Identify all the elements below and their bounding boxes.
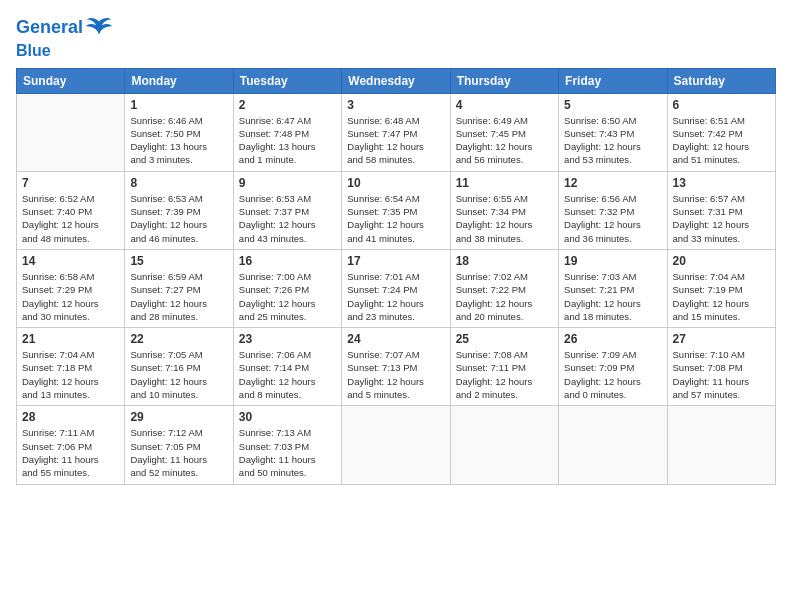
calendar-cell: 7Sunrise: 6:52 AM Sunset: 7:40 PM Daylig… <box>17 171 125 249</box>
day-number: 5 <box>564 98 661 112</box>
day-info: Sunrise: 6:54 AM Sunset: 7:35 PM Dayligh… <box>347 192 444 245</box>
calendar-cell: 24Sunrise: 7:07 AM Sunset: 7:13 PM Dayli… <box>342 328 450 406</box>
day-info: Sunrise: 6:59 AM Sunset: 7:27 PM Dayligh… <box>130 270 227 323</box>
day-number: 1 <box>130 98 227 112</box>
day-number: 30 <box>239 410 336 424</box>
day-info: Sunrise: 7:13 AM Sunset: 7:03 PM Dayligh… <box>239 426 336 479</box>
calendar-week-row: 21Sunrise: 7:04 AM Sunset: 7:18 PM Dayli… <box>17 328 776 406</box>
logo-text: General <box>16 18 83 38</box>
calendar-cell: 1Sunrise: 6:46 AM Sunset: 7:50 PM Daylig… <box>125 93 233 171</box>
calendar-cell <box>450 406 558 484</box>
calendar-cell: 6Sunrise: 6:51 AM Sunset: 7:42 PM Daylig… <box>667 93 775 171</box>
day-info: Sunrise: 6:52 AM Sunset: 7:40 PM Dayligh… <box>22 192 119 245</box>
day-info: Sunrise: 6:46 AM Sunset: 7:50 PM Dayligh… <box>130 114 227 167</box>
day-info: Sunrise: 7:04 AM Sunset: 7:18 PM Dayligh… <box>22 348 119 401</box>
calendar-cell: 12Sunrise: 6:56 AM Sunset: 7:32 PM Dayli… <box>559 171 667 249</box>
page-container: General Blue SundayMondayTuesdayWednesda… <box>0 0 792 495</box>
calendar-cell: 18Sunrise: 7:02 AM Sunset: 7:22 PM Dayli… <box>450 249 558 327</box>
day-info: Sunrise: 6:51 AM Sunset: 7:42 PM Dayligh… <box>673 114 770 167</box>
day-info: Sunrise: 6:53 AM Sunset: 7:39 PM Dayligh… <box>130 192 227 245</box>
header: General Blue <box>16 10 776 60</box>
day-number: 21 <box>22 332 119 346</box>
calendar-cell: 17Sunrise: 7:01 AM Sunset: 7:24 PM Dayli… <box>342 249 450 327</box>
calendar-cell: 9Sunrise: 6:53 AM Sunset: 7:37 PM Daylig… <box>233 171 341 249</box>
calendar-cell: 21Sunrise: 7:04 AM Sunset: 7:18 PM Dayli… <box>17 328 125 406</box>
day-number: 22 <box>130 332 227 346</box>
calendar-week-row: 1Sunrise: 6:46 AM Sunset: 7:50 PM Daylig… <box>17 93 776 171</box>
logo: General Blue <box>16 14 113 60</box>
weekday-header: Monday <box>125 68 233 93</box>
weekday-header: Saturday <box>667 68 775 93</box>
calendar-week-row: 7Sunrise: 6:52 AM Sunset: 7:40 PM Daylig… <box>17 171 776 249</box>
calendar-cell <box>667 406 775 484</box>
day-number: 25 <box>456 332 553 346</box>
day-number: 24 <box>347 332 444 346</box>
logo-bird-icon <box>85 14 113 42</box>
calendar-cell: 11Sunrise: 6:55 AM Sunset: 7:34 PM Dayli… <box>450 171 558 249</box>
day-info: Sunrise: 6:50 AM Sunset: 7:43 PM Dayligh… <box>564 114 661 167</box>
calendar-cell <box>342 406 450 484</box>
day-number: 11 <box>456 176 553 190</box>
day-info: Sunrise: 7:09 AM Sunset: 7:09 PM Dayligh… <box>564 348 661 401</box>
calendar-cell: 3Sunrise: 6:48 AM Sunset: 7:47 PM Daylig… <box>342 93 450 171</box>
day-number: 26 <box>564 332 661 346</box>
day-number: 23 <box>239 332 336 346</box>
day-number: 4 <box>456 98 553 112</box>
calendar-cell: 10Sunrise: 6:54 AM Sunset: 7:35 PM Dayli… <box>342 171 450 249</box>
calendar-cell: 25Sunrise: 7:08 AM Sunset: 7:11 PM Dayli… <box>450 328 558 406</box>
calendar-cell: 19Sunrise: 7:03 AM Sunset: 7:21 PM Dayli… <box>559 249 667 327</box>
day-number: 17 <box>347 254 444 268</box>
weekday-header: Friday <box>559 68 667 93</box>
calendar-cell: 14Sunrise: 6:58 AM Sunset: 7:29 PM Dayli… <box>17 249 125 327</box>
calendar-cell: 30Sunrise: 7:13 AM Sunset: 7:03 PM Dayli… <box>233 406 341 484</box>
weekday-header: Tuesday <box>233 68 341 93</box>
day-info: Sunrise: 7:04 AM Sunset: 7:19 PM Dayligh… <box>673 270 770 323</box>
day-number: 2 <box>239 98 336 112</box>
day-number: 8 <box>130 176 227 190</box>
day-number: 3 <box>347 98 444 112</box>
day-info: Sunrise: 6:49 AM Sunset: 7:45 PM Dayligh… <box>456 114 553 167</box>
day-info: Sunrise: 7:12 AM Sunset: 7:05 PM Dayligh… <box>130 426 227 479</box>
day-info: Sunrise: 7:02 AM Sunset: 7:22 PM Dayligh… <box>456 270 553 323</box>
calendar-cell: 23Sunrise: 7:06 AM Sunset: 7:14 PM Dayli… <box>233 328 341 406</box>
calendar-cell: 8Sunrise: 6:53 AM Sunset: 7:39 PM Daylig… <box>125 171 233 249</box>
calendar-cell: 29Sunrise: 7:12 AM Sunset: 7:05 PM Dayli… <box>125 406 233 484</box>
day-number: 10 <box>347 176 444 190</box>
calendar-week-row: 14Sunrise: 6:58 AM Sunset: 7:29 PM Dayli… <box>17 249 776 327</box>
day-number: 6 <box>673 98 770 112</box>
day-number: 9 <box>239 176 336 190</box>
calendar-cell <box>17 93 125 171</box>
calendar-cell: 26Sunrise: 7:09 AM Sunset: 7:09 PM Dayli… <box>559 328 667 406</box>
day-number: 15 <box>130 254 227 268</box>
calendar-cell: 2Sunrise: 6:47 AM Sunset: 7:48 PM Daylig… <box>233 93 341 171</box>
calendar-cell: 15Sunrise: 6:59 AM Sunset: 7:27 PM Dayli… <box>125 249 233 327</box>
day-number: 13 <box>673 176 770 190</box>
day-number: 16 <box>239 254 336 268</box>
day-info: Sunrise: 6:57 AM Sunset: 7:31 PM Dayligh… <box>673 192 770 245</box>
calendar-week-row: 28Sunrise: 7:11 AM Sunset: 7:06 PM Dayli… <box>17 406 776 484</box>
day-number: 18 <box>456 254 553 268</box>
day-number: 27 <box>673 332 770 346</box>
day-info: Sunrise: 6:56 AM Sunset: 7:32 PM Dayligh… <box>564 192 661 245</box>
day-info: Sunrise: 7:07 AM Sunset: 7:13 PM Dayligh… <box>347 348 444 401</box>
day-info: Sunrise: 6:53 AM Sunset: 7:37 PM Dayligh… <box>239 192 336 245</box>
logo-blue-text: Blue <box>16 42 113 60</box>
day-info: Sunrise: 7:00 AM Sunset: 7:26 PM Dayligh… <box>239 270 336 323</box>
day-info: Sunrise: 7:08 AM Sunset: 7:11 PM Dayligh… <box>456 348 553 401</box>
calendar-cell: 27Sunrise: 7:10 AM Sunset: 7:08 PM Dayli… <box>667 328 775 406</box>
day-info: Sunrise: 7:01 AM Sunset: 7:24 PM Dayligh… <box>347 270 444 323</box>
day-number: 7 <box>22 176 119 190</box>
weekday-header: Sunday <box>17 68 125 93</box>
day-number: 20 <box>673 254 770 268</box>
day-number: 12 <box>564 176 661 190</box>
calendar-cell: 13Sunrise: 6:57 AM Sunset: 7:31 PM Dayli… <box>667 171 775 249</box>
calendar-cell: 20Sunrise: 7:04 AM Sunset: 7:19 PM Dayli… <box>667 249 775 327</box>
day-info: Sunrise: 6:55 AM Sunset: 7:34 PM Dayligh… <box>456 192 553 245</box>
calendar-cell: 22Sunrise: 7:05 AM Sunset: 7:16 PM Dayli… <box>125 328 233 406</box>
day-info: Sunrise: 7:05 AM Sunset: 7:16 PM Dayligh… <box>130 348 227 401</box>
day-number: 19 <box>564 254 661 268</box>
day-number: 14 <box>22 254 119 268</box>
day-number: 29 <box>130 410 227 424</box>
day-info: Sunrise: 7:03 AM Sunset: 7:21 PM Dayligh… <box>564 270 661 323</box>
day-info: Sunrise: 6:58 AM Sunset: 7:29 PM Dayligh… <box>22 270 119 323</box>
